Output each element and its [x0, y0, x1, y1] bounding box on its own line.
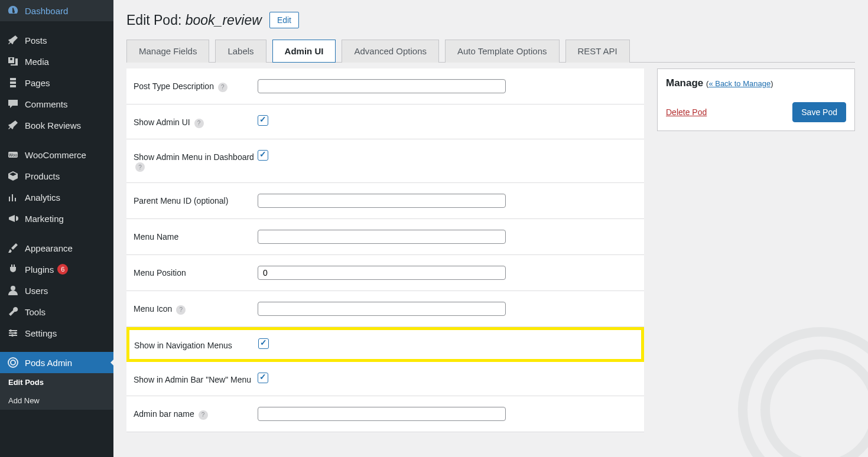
page-title: Edit Pod: book_review [126, 12, 262, 28]
sidebar-item-marketing[interactable]: Marketing [0, 208, 113, 229]
menu-icon-input[interactable] [258, 302, 506, 316]
sidebar-item-label: Analytics [25, 192, 60, 203]
svg-point-6 [8, 358, 18, 367]
media-icon [7, 56, 19, 67]
field-admin-bar-name: Admin bar name ? [126, 396, 644, 432]
sidebar-item-label: Posts [25, 35, 47, 45]
help-icon[interactable]: ? [135, 162, 145, 172]
gauge-icon [7, 5, 19, 17]
update-badge: 6 [57, 264, 68, 275]
form-area: Post Type Description ? Show Admin UI ? … [126, 68, 644, 432]
show-in-admin-bar-checkbox[interactable] [258, 373, 268, 383]
tab-admin-ui[interactable]: Admin UI [272, 40, 336, 63]
sidebar-item-label: Pages [25, 78, 50, 88]
show-admin-ui-checkbox[interactable] [258, 115, 268, 126]
sidebar-item-label: Dashboard [25, 6, 68, 16]
cube-icon [7, 170, 19, 182]
parent-menu-id-input[interactable] [258, 194, 506, 208]
brush-icon [7, 242, 19, 254]
help-icon[interactable]: ? [176, 305, 186, 315]
show-admin-menu-checkbox[interactable] [258, 150, 268, 161]
pin-icon [7, 34, 19, 46]
sidebar-item-appearance[interactable]: Appearance [0, 237, 113, 259]
field-show-admin-ui: Show Admin UI ? [126, 105, 644, 139]
sidebar-item-woocommerce[interactable]: WooWooCommerce [0, 144, 113, 165]
save-pod-button[interactable]: Save Pod [792, 102, 846, 122]
sidebar-item-label: Appearance [25, 243, 73, 253]
tab-advanced-options[interactable]: Advanced Options [342, 40, 439, 63]
sidebar-item-comments[interactable]: Comments [0, 93, 113, 115]
submenu-item-edit-pods[interactable]: Edit Pods [0, 373, 113, 391]
admin-sidebar: DashboardPostsMediaPagesCommentsBook Rev… [0, 0, 113, 457]
submenu-item-add-new[interactable]: Add New [0, 391, 113, 410]
panel-title: Manage [666, 77, 703, 89]
sidebar-item-label: WooCommerce [25, 150, 86, 160]
delete-pod-link[interactable]: Delete Pod [666, 107, 707, 117]
sidebar-item-users[interactable]: Users [0, 280, 113, 301]
help-icon[interactable]: ? [199, 410, 208, 420]
woo-icon: Woo [7, 149, 19, 161]
sidebar-item-label: Pods Admin [25, 358, 72, 368]
sidebar-item-pods-admin[interactable]: Pods Admin [0, 352, 113, 373]
svg-point-3 [9, 329, 12, 332]
sidebar-item-posts[interactable]: Posts [0, 30, 113, 51]
help-icon[interactable]: ? [218, 83, 227, 92]
tab-manage-fields[interactable]: Manage Fields [126, 40, 209, 63]
content-area: Edit Pod: book_review Edit Manage Fields… [113, 0, 868, 457]
field-parent-menu-id: Parent Menu ID (optional) [126, 183, 644, 219]
sidebar-item-label: Marketing [25, 214, 64, 224]
megaphone-icon [7, 213, 19, 224]
sidebar-item-label: Comments [25, 99, 68, 109]
tab-auto-template-options[interactable]: Auto Template Options [445, 40, 559, 63]
field-show-in-admin-bar: Show in Admin Bar "New" Menu [126, 362, 644, 396]
field-menu-name: Menu Name [126, 219, 644, 255]
manage-panel: Manage (« Back to Manage) Delete Pod Sav… [657, 68, 855, 131]
tab-rest-api[interactable]: REST API [565, 40, 630, 63]
svg-point-2 [11, 286, 15, 290]
pages-icon [7, 77, 19, 89]
sidebar-item-label: Book Reviews [25, 120, 81, 130]
tab-labels[interactable]: Labels [215, 40, 266, 63]
svg-point-5 [11, 334, 14, 337]
back-to-manage-link[interactable]: « Back to Manage [708, 79, 771, 88]
edit-button[interactable]: Edit [269, 12, 299, 28]
sidebar-item-settings[interactable]: Settings [0, 322, 113, 344]
field-post-type-description: Post Type Description ? [126, 68, 644, 105]
show-in-nav-checkbox[interactable] [258, 338, 269, 349]
comment-icon [7, 98, 19, 110]
plug-icon [7, 263, 19, 275]
svg-point-4 [14, 332, 17, 334]
sidebar-item-dashboard[interactable]: Dashboard [0, 0, 113, 21]
sidebar-item-media[interactable]: Media [0, 51, 113, 72]
field-show-in-nav-menus: Show in Navigation Menus [126, 327, 644, 362]
sidebar-item-label: Products [25, 171, 60, 181]
field-menu-position: Menu Position [126, 255, 644, 291]
sidebar-item-book-reviews[interactable]: Book Reviews [0, 115, 113, 136]
sidebar-item-label: Media [25, 57, 49, 67]
sidebar-item-products[interactable]: Products [0, 165, 113, 187]
pods-icon [7, 357, 19, 368]
pin-icon [7, 119, 19, 131]
tabs-nav: Manage FieldsLabelsAdmin UIAdvanced Opti… [126, 39, 855, 63]
chart-icon [7, 191, 19, 203]
svg-text:Woo: Woo [9, 153, 17, 157]
admin-bar-name-input[interactable] [258, 407, 506, 421]
submenu: Edit PodsAdd New [0, 373, 113, 410]
user-icon [7, 285, 19, 296]
post-type-description-input[interactable] [258, 79, 506, 93]
sidebar-item-pages[interactable]: Pages [0, 72, 113, 93]
sidebar-item-analytics[interactable]: Analytics [0, 187, 113, 208]
sidebar-item-label: Settings [25, 328, 57, 338]
svg-point-7 [11, 360, 15, 365]
sidebar-item-plugins[interactable]: Plugins6 [0, 259, 113, 280]
wrench-icon [7, 306, 19, 318]
menu-position-input[interactable] [258, 266, 506, 280]
sliders-icon [7, 327, 19, 339]
field-menu-icon: Menu Icon ? [126, 291, 644, 327]
field-show-admin-menu: Show Admin Menu in Dashboard ? [126, 139, 644, 184]
menu-name-input[interactable] [258, 230, 506, 244]
help-icon[interactable]: ? [194, 119, 204, 128]
sidebar-item-label: Plugins [25, 265, 54, 275]
sidebar-item-label: Users [25, 286, 48, 296]
sidebar-item-tools[interactable]: Tools [0, 301, 113, 322]
